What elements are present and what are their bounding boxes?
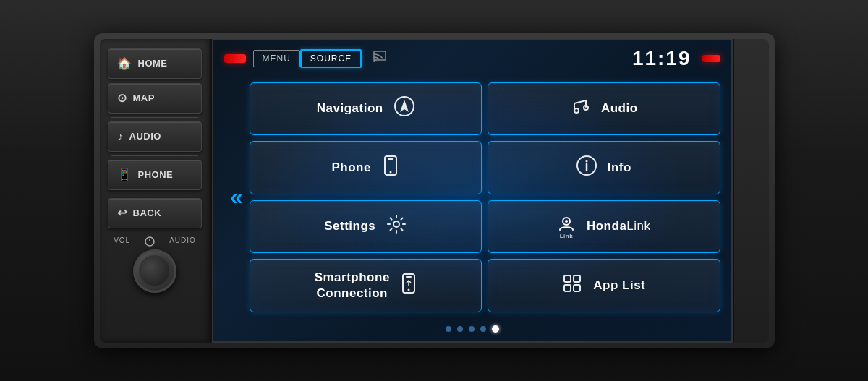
svg-point-10 <box>389 171 391 173</box>
smartphone-menu-icon <box>401 273 417 298</box>
svg-rect-23 <box>564 285 571 291</box>
map-label: MAP <box>133 93 155 103</box>
volume-knob[interactable] <box>133 249 176 293</box>
svg-rect-24 <box>574 285 580 291</box>
map-button[interactable]: ⊙ MAP <box>108 83 202 114</box>
svg-point-16 <box>565 220 568 223</box>
divider-2 <box>111 155 198 156</box>
svg-marker-5 <box>400 100 409 112</box>
svg-point-13 <box>585 160 587 162</box>
dot-3 <box>469 326 475 332</box>
dot-2 <box>457 326 463 332</box>
svg-rect-22 <box>574 275 580 282</box>
divider-1 <box>111 117 198 118</box>
back-label: BACK <box>133 207 162 218</box>
menu-grid: Navigation <box>250 82 720 312</box>
info-menu-icon <box>576 155 597 180</box>
vol-labels: VOL AUDIO <box>114 236 196 247</box>
hondalink-menu-item[interactable]: Link HondaLink <box>488 200 720 254</box>
phone-icon: 📱 <box>117 168 132 181</box>
home-label: HOME <box>138 58 168 69</box>
settings-menu-icon <box>386 214 407 239</box>
hondalink-label: HondaLink <box>587 219 651 234</box>
audio-button[interactable]: ♪ AUDIO <box>108 121 202 152</box>
settings-menu-label: Settings <box>324 219 375 234</box>
vol-label: VOL <box>114 236 130 247</box>
applist-menu-label: App List <box>593 278 645 293</box>
svg-point-14 <box>393 221 399 227</box>
screen-outer: 🏠 HOME ⊙ MAP ♪ AUDIO 📱 PHONE ↩ BACK <box>94 33 775 348</box>
dot-1 <box>446 326 451 332</box>
info-menu-label: Info <box>608 160 631 175</box>
divider-3 <box>111 194 198 194</box>
svg-point-3 <box>373 60 375 62</box>
left-panel: 🏠 HOME ⊙ MAP ♪ AUDIO 📱 PHONE ↩ BACK <box>100 39 212 343</box>
source-button[interactable]: SOURCE <box>300 49 362 68</box>
phone-button[interactable]: 📱 PHONE <box>108 160 202 190</box>
navigation-label: Navigation <box>317 101 383 116</box>
audio-label: AUDIO <box>129 131 161 142</box>
smartphone-menu-label: SmartphoneConnection <box>315 270 390 301</box>
back-button[interactable]: ↩ BACK <box>108 198 202 228</box>
dot-5-active <box>492 325 499 333</box>
audio-sub-label <box>145 236 155 247</box>
navigation-icon <box>394 96 414 121</box>
main-screen: MENU SOURCE 11:19 « <box>212 39 733 343</box>
svg-point-19 <box>407 288 409 291</box>
home-icon: 🏠 <box>117 56 132 70</box>
phone-label: PHONE <box>138 169 174 180</box>
red-indicator-right <box>702 55 720 62</box>
cast-icon <box>373 50 387 67</box>
audio-menu-icon <box>570 96 590 121</box>
back-nav-arrow[interactable]: « <box>224 82 250 312</box>
menu-button[interactable]: MENU <box>253 50 300 67</box>
hondalink-icon-wrap: Link <box>557 214 576 239</box>
home-button[interactable]: 🏠 HOME <box>108 48 202 79</box>
settings-menu-item[interactable]: Settings <box>250 200 482 254</box>
smartphone-menu-item[interactable]: SmartphoneConnection <box>250 259 482 312</box>
clock-display: 11:19 <box>632 47 692 70</box>
red-indicator-left <box>224 54 246 63</box>
svg-point-6 <box>574 108 579 113</box>
link-sub-text: Link <box>560 233 573 239</box>
phone-menu-label: Phone <box>332 160 371 175</box>
phone-menu-item[interactable]: Phone <box>250 141 482 194</box>
pagination-dots <box>446 325 499 333</box>
dot-4 <box>480 326 486 332</box>
right-frame <box>733 39 769 343</box>
audio-menu-label: Audio <box>601 101 638 116</box>
svg-rect-21 <box>564 275 571 282</box>
applist-menu-icon <box>562 273 582 298</box>
phone-menu-icon <box>382 155 399 180</box>
car-frame: 🏠 HOME ⊙ MAP ♪ AUDIO 📱 PHONE ↩ BACK <box>0 0 868 381</box>
map-icon: ⊙ <box>117 91 127 105</box>
audio-label-sub: AUDIO <box>169 236 196 247</box>
screen-topbar: MENU SOURCE 11:19 <box>213 40 731 77</box>
back-icon: ↩ <box>117 206 127 220</box>
audio-icon: ♪ <box>117 130 124 143</box>
applist-menu-item[interactable]: App List <box>488 259 720 312</box>
volume-section: VOL AUDIO <box>114 236 196 293</box>
navigation-menu-item[interactable]: Navigation <box>250 82 482 136</box>
audio-menu-item[interactable]: Audio <box>488 82 720 136</box>
info-menu-item[interactable]: Info <box>488 141 720 194</box>
